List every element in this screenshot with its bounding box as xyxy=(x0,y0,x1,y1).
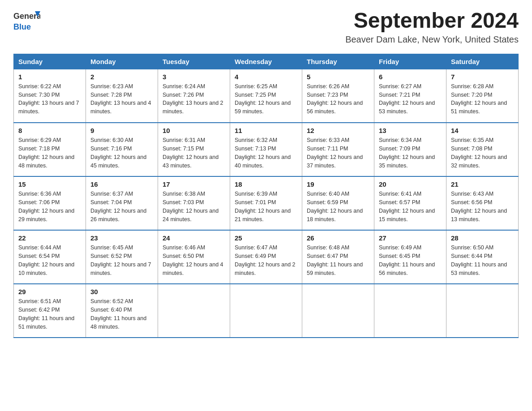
day-number: 23 xyxy=(90,234,153,242)
day-number: 26 xyxy=(307,234,369,242)
day-info: Sunrise: 6:37 AM Sunset: 7:04 PM Dayligh… xyxy=(90,190,153,223)
day-number: 19 xyxy=(307,180,369,188)
header: General Blue September 2024 Beaver Dam L… xyxy=(13,9,519,45)
month-title: September 2024 xyxy=(345,9,519,33)
calendar-cell: 4 Sunrise: 6:25 AM Sunset: 7:25 PM Dayli… xyxy=(230,69,302,123)
day-info: Sunrise: 6:47 AM Sunset: 6:49 PM Dayligh… xyxy=(235,244,297,277)
weekday-header-saturday: Saturday xyxy=(446,54,519,69)
day-number: 1 xyxy=(18,73,81,81)
calendar-cell: 23 Sunrise: 6:45 AM Sunset: 6:52 PM Dayl… xyxy=(86,230,158,284)
day-info: Sunrise: 6:31 AM Sunset: 7:15 PM Dayligh… xyxy=(163,136,225,170)
day-info: Sunrise: 6:29 AM Sunset: 7:18 PM Dayligh… xyxy=(18,136,81,170)
calendar-cell: 18 Sunrise: 6:39 AM Sunset: 7:01 PM Dayl… xyxy=(230,176,302,230)
day-info: Sunrise: 6:38 AM Sunset: 7:03 PM Dayligh… xyxy=(163,190,225,223)
day-info: Sunrise: 6:34 AM Sunset: 7:09 PM Dayligh… xyxy=(379,136,442,170)
day-info: Sunrise: 6:32 AM Sunset: 7:13 PM Dayligh… xyxy=(235,136,297,170)
day-info: Sunrise: 6:23 AM Sunset: 7:28 PM Dayligh… xyxy=(90,82,153,116)
calendar-cell: 16 Sunrise: 6:37 AM Sunset: 7:04 PM Dayl… xyxy=(86,176,158,230)
calendar-cell: 11 Sunrise: 6:32 AM Sunset: 7:13 PM Dayl… xyxy=(230,123,302,176)
day-info: Sunrise: 6:40 AM Sunset: 6:59 PM Dayligh… xyxy=(307,190,369,223)
logo: General Blue xyxy=(13,9,40,35)
weekday-header-row: SundayMondayTuesdayWednesdayThursdayFrid… xyxy=(14,54,519,69)
day-number: 18 xyxy=(235,180,297,188)
calendar-cell xyxy=(446,284,519,338)
day-info: Sunrise: 6:35 AM Sunset: 7:08 PM Dayligh… xyxy=(451,136,514,170)
calendar-cell: 21 Sunrise: 6:43 AM Sunset: 6:56 PM Dayl… xyxy=(446,176,519,230)
week-row-4: 22 Sunrise: 6:44 AM Sunset: 6:54 PM Dayl… xyxy=(14,230,519,284)
day-number: 5 xyxy=(307,73,369,81)
calendar-cell: 14 Sunrise: 6:35 AM Sunset: 7:08 PM Dayl… xyxy=(446,123,519,176)
day-info: Sunrise: 6:36 AM Sunset: 7:06 PM Dayligh… xyxy=(18,190,81,223)
day-info: Sunrise: 6:43 AM Sunset: 6:56 PM Dayligh… xyxy=(451,190,514,223)
day-info: Sunrise: 6:27 AM Sunset: 7:21 PM Dayligh… xyxy=(379,82,442,116)
day-number: 2 xyxy=(90,73,153,81)
day-info: Sunrise: 6:44 AM Sunset: 6:54 PM Dayligh… xyxy=(18,244,81,277)
calendar-cell: 29 Sunrise: 6:51 AM Sunset: 6:42 PM Dayl… xyxy=(14,284,86,338)
logo-icon: General Blue xyxy=(13,9,40,34)
calendar-cell xyxy=(374,284,446,338)
calendar-cell: 12 Sunrise: 6:33 AM Sunset: 7:11 PM Dayl… xyxy=(302,123,374,176)
calendar-cell: 22 Sunrise: 6:44 AM Sunset: 6:54 PM Dayl… xyxy=(14,230,86,284)
day-info: Sunrise: 6:22 AM Sunset: 7:30 PM Dayligh… xyxy=(18,82,81,116)
day-info: Sunrise: 6:24 AM Sunset: 7:26 PM Dayligh… xyxy=(163,82,225,116)
calendar-cell: 27 Sunrise: 6:49 AM Sunset: 6:45 PM Dayl… xyxy=(374,230,446,284)
day-info: Sunrise: 6:33 AM Sunset: 7:11 PM Dayligh… xyxy=(307,136,369,170)
day-info: Sunrise: 6:50 AM Sunset: 6:44 PM Dayligh… xyxy=(451,244,514,277)
day-number: 20 xyxy=(379,180,442,188)
calendar-cell: 19 Sunrise: 6:40 AM Sunset: 6:59 PM Dayl… xyxy=(302,176,374,230)
calendar-cell: 24 Sunrise: 6:46 AM Sunset: 6:50 PM Dayl… xyxy=(158,230,230,284)
day-number: 14 xyxy=(451,127,514,134)
calendar-cell: 2 Sunrise: 6:23 AM Sunset: 7:28 PM Dayli… xyxy=(86,69,158,123)
day-number: 9 xyxy=(90,127,153,134)
title-area: September 2024 Beaver Dam Lake, New York… xyxy=(345,9,519,45)
day-info: Sunrise: 6:45 AM Sunset: 6:52 PM Dayligh… xyxy=(90,244,153,277)
day-info: Sunrise: 6:52 AM Sunset: 6:40 PM Dayligh… xyxy=(90,297,153,331)
day-info: Sunrise: 6:46 AM Sunset: 6:50 PM Dayligh… xyxy=(163,244,225,277)
calendar-table: SundayMondayTuesdayWednesdayThursdayFrid… xyxy=(13,54,519,338)
day-number: 22 xyxy=(18,234,81,242)
day-number: 27 xyxy=(379,234,442,242)
day-number: 21 xyxy=(451,180,514,188)
weekday-header-sunday: Sunday xyxy=(14,54,86,69)
day-number: 25 xyxy=(235,234,297,242)
week-row-2: 8 Sunrise: 6:29 AM Sunset: 7:18 PM Dayli… xyxy=(14,123,519,176)
day-number: 10 xyxy=(163,127,225,134)
day-number: 29 xyxy=(18,288,81,295)
day-info: Sunrise: 6:26 AM Sunset: 7:23 PM Dayligh… xyxy=(307,82,369,116)
day-info: Sunrise: 6:49 AM Sunset: 6:45 PM Dayligh… xyxy=(379,244,442,277)
calendar-cell: 30 Sunrise: 6:52 AM Sunset: 6:40 PM Dayl… xyxy=(86,284,158,338)
calendar-cell: 17 Sunrise: 6:38 AM Sunset: 7:03 PM Dayl… xyxy=(158,176,230,230)
calendar-cell xyxy=(158,284,230,338)
day-number: 7 xyxy=(451,73,514,81)
week-row-3: 15 Sunrise: 6:36 AM Sunset: 7:06 PM Dayl… xyxy=(14,176,519,230)
calendar-cell: 9 Sunrise: 6:30 AM Sunset: 7:16 PM Dayli… xyxy=(86,123,158,176)
day-number: 30 xyxy=(90,288,153,295)
location-subtitle: Beaver Dam Lake, New York, United States xyxy=(345,34,519,45)
calendar-cell: 13 Sunrise: 6:34 AM Sunset: 7:09 PM Dayl… xyxy=(374,123,446,176)
calendar-cell: 3 Sunrise: 6:24 AM Sunset: 7:26 PM Dayli… xyxy=(158,69,230,123)
weekday-header-tuesday: Tuesday xyxy=(158,54,230,69)
day-info: Sunrise: 6:51 AM Sunset: 6:42 PM Dayligh… xyxy=(18,297,81,331)
day-info: Sunrise: 6:30 AM Sunset: 7:16 PM Dayligh… xyxy=(90,136,153,170)
day-number: 28 xyxy=(451,234,514,242)
calendar-cell: 1 Sunrise: 6:22 AM Sunset: 7:30 PM Dayli… xyxy=(14,69,86,123)
day-number: 15 xyxy=(18,180,81,188)
calendar-cell: 6 Sunrise: 6:27 AM Sunset: 7:21 PM Dayli… xyxy=(374,69,446,123)
day-info: Sunrise: 6:25 AM Sunset: 7:25 PM Dayligh… xyxy=(235,82,297,116)
day-number: 4 xyxy=(235,73,297,81)
weekday-header-thursday: Thursday xyxy=(302,54,374,69)
day-info: Sunrise: 6:41 AM Sunset: 6:57 PM Dayligh… xyxy=(379,190,442,223)
day-number: 11 xyxy=(235,127,297,134)
day-info: Sunrise: 6:39 AM Sunset: 7:01 PM Dayligh… xyxy=(235,190,297,223)
calendar-cell: 28 Sunrise: 6:50 AM Sunset: 6:44 PM Dayl… xyxy=(446,230,519,284)
calendar-cell: 26 Sunrise: 6:48 AM Sunset: 6:47 PM Dayl… xyxy=(302,230,374,284)
weekday-header-friday: Friday xyxy=(374,54,446,69)
day-number: 12 xyxy=(307,127,369,134)
week-row-1: 1 Sunrise: 6:22 AM Sunset: 7:30 PM Dayli… xyxy=(14,69,519,123)
calendar-cell: 20 Sunrise: 6:41 AM Sunset: 6:57 PM Dayl… xyxy=(374,176,446,230)
calendar-cell: 10 Sunrise: 6:31 AM Sunset: 7:15 PM Dayl… xyxy=(158,123,230,176)
day-number: 16 xyxy=(90,180,153,188)
calendar-cell: 15 Sunrise: 6:36 AM Sunset: 7:06 PM Dayl… xyxy=(14,176,86,230)
calendar-cell xyxy=(230,284,302,338)
calendar-cell: 7 Sunrise: 6:28 AM Sunset: 7:20 PM Dayli… xyxy=(446,69,519,123)
